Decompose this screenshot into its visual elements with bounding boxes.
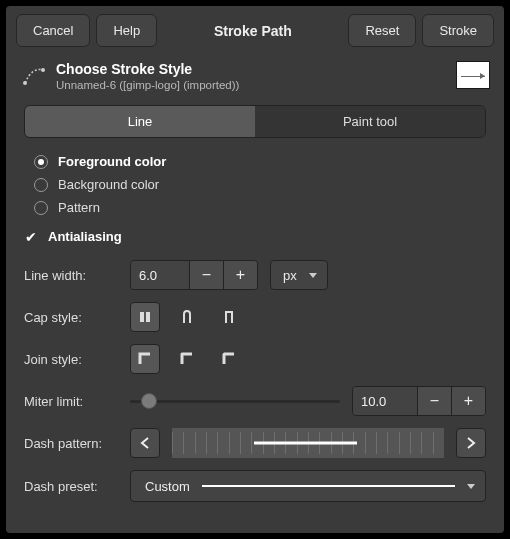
preset-preview-line — [202, 485, 455, 487]
cap-square-button[interactable] — [214, 302, 244, 332]
preset-value: Custom — [145, 479, 190, 494]
dash-label: Dash pattern: — [24, 436, 118, 451]
dash-pattern-editor[interactable] — [172, 428, 444, 458]
join-miter-button[interactable] — [130, 344, 160, 374]
dash-shift-right-button[interactable] — [456, 428, 486, 458]
slider-thumb[interactable] — [141, 393, 157, 409]
chevron-down-icon — [467, 484, 475, 489]
checkbox-antialiasing[interactable]: ✔ Antialiasing — [24, 225, 486, 248]
radio-label: Background color — [58, 177, 159, 192]
header-title: Choose Stroke Style — [56, 61, 448, 77]
radio-pattern[interactable]: Pattern — [34, 196, 486, 219]
titlebar: Cancel Help Stroke Path Reset Stroke — [6, 6, 504, 55]
cap-round-button[interactable] — [172, 302, 202, 332]
stroke-button[interactable]: Stroke — [422, 14, 494, 47]
radio-label: Pattern — [58, 200, 100, 215]
radio-foreground-color[interactable]: Foreground color — [34, 150, 486, 173]
mode-tabs: Line Paint tool — [24, 105, 486, 138]
cap-butt-button[interactable] — [130, 302, 160, 332]
linewidth-input[interactable] — [131, 261, 189, 289]
svg-rect-2 — [140, 312, 144, 322]
linewidth-dec-button[interactable]: − — [189, 261, 223, 289]
check-label: Antialiasing — [48, 229, 122, 244]
joinstyle-label: Join style: — [24, 352, 118, 367]
join-bevel-button[interactable] — [214, 344, 244, 374]
miter-dec-button[interactable]: − — [417, 387, 451, 415]
svg-point-0 — [23, 81, 27, 85]
miter-input[interactable] — [353, 387, 417, 415]
join-round-button[interactable] — [172, 344, 202, 374]
unit-value: px — [283, 268, 297, 283]
linewidth-spinner: − + — [130, 260, 258, 290]
linewidth-unit-select[interactable]: px — [270, 260, 328, 290]
miter-spinner: − + — [352, 386, 486, 416]
help-button[interactable]: Help — [96, 14, 157, 47]
preset-label: Dash preset: — [24, 479, 118, 494]
dash-shift-left-button[interactable] — [130, 428, 160, 458]
chevron-down-icon — [309, 273, 317, 278]
cancel-button[interactable]: Cancel — [16, 14, 90, 47]
capstyle-label: Cap style: — [24, 310, 118, 325]
linewidth-label: Line width: — [24, 268, 118, 283]
radio-icon — [34, 201, 48, 215]
miter-slider[interactable] — [130, 400, 340, 403]
svg-rect-3 — [146, 312, 150, 322]
check-icon: ✔ — [24, 230, 38, 244]
radio-icon — [34, 155, 48, 169]
linewidth-inc-button[interactable]: + — [223, 261, 257, 289]
radio-label: Foreground color — [58, 154, 166, 169]
reset-button[interactable]: Reset — [348, 14, 416, 47]
miter-inc-button[interactable]: + — [451, 387, 485, 415]
stroke-preview — [456, 61, 490, 89]
tab-paint-tool[interactable]: Paint tool — [255, 106, 485, 137]
radio-icon — [34, 178, 48, 192]
header: Choose Stroke Style Unnamed-6 ([gimp-log… — [6, 55, 504, 101]
svg-point-1 — [41, 68, 45, 72]
radio-background-color[interactable]: Background color — [34, 173, 486, 196]
window-title: Stroke Path — [163, 23, 342, 39]
path-icon — [20, 61, 48, 89]
tab-line[interactable]: Line — [25, 106, 255, 137]
miter-label: Miter limit: — [24, 394, 118, 409]
dash-preset-select[interactable]: Custom — [130, 470, 486, 502]
header-subtitle: Unnamed-6 ([gimp-logo] (imported)) — [56, 79, 448, 91]
